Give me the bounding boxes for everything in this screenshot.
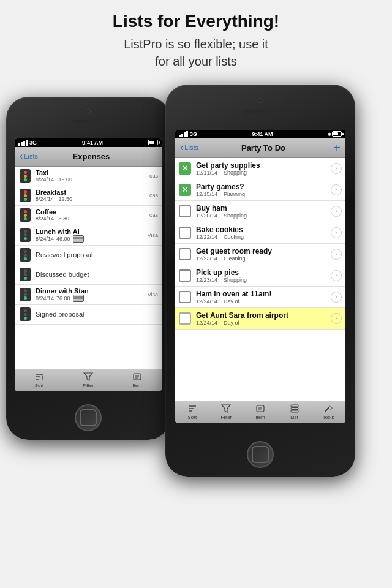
phones-area: 3G 9:41 AM ‹ Lists Expenses xyxy=(0,78,392,544)
arrow-oven[interactable]: › xyxy=(331,292,342,303)
arrow-supplies[interactable]: › xyxy=(331,163,342,174)
expense-item-signed[interactable]: Signed proposal xyxy=(15,305,162,325)
toolbar-item-left[interactable]: Item xyxy=(113,369,162,391)
sort-label-left: Sort xyxy=(35,383,44,388)
expense-note-discussed: Discussed budget xyxy=(36,271,158,278)
nav-title-right: Party To Do xyxy=(198,143,328,153)
party-item-cookies[interactable]: Bake cookies 12/22/14Cooking › xyxy=(175,222,345,244)
expense-item-dinner[interactable]: Dinner with Stan 8/24/1476.00 Visa xyxy=(15,285,162,305)
nav-back-left[interactable]: ‹ Lists xyxy=(20,151,38,162)
phone-left-screen: 3G 9:41 AM ‹ Lists Expenses xyxy=(15,138,162,391)
arrow-pies[interactable]: › xyxy=(331,270,342,281)
sort-label-right: Sort xyxy=(187,415,197,420)
home-button-right-inner xyxy=(252,446,269,463)
checkbox-airport[interactable] xyxy=(179,312,191,325)
expense-note-reviewed: Reviewed proposal xyxy=(36,251,158,258)
item-label-right: Item xyxy=(255,415,265,420)
expense-item-breakfast[interactable]: Breakfast 8/24/14 12.50 cas xyxy=(15,186,162,206)
checkbox-supplies[interactable] xyxy=(179,162,191,175)
filter-icon-left xyxy=(83,372,93,382)
expense-info-taxi: Taxi 8/24/14 19.00 xyxy=(36,169,149,183)
back-arrow-left: ‹ xyxy=(20,151,23,162)
nav-title-left: Expenses xyxy=(38,152,145,161)
header-section: Lists for Everything! ListPro is so flex… xyxy=(0,0,392,78)
expense-item-lunch[interactable]: Lunch with Al 8/24/1446.00 Visa xyxy=(15,225,162,246)
party-item-supplies[interactable]: Get party supplies 12/11/14Shopping › xyxy=(175,158,345,179)
signal-bars-left xyxy=(18,140,28,146)
nav-bar-left: ‹ Lists Expenses xyxy=(15,147,162,167)
checkbox-oven[interactable] xyxy=(179,291,191,303)
checkbox-cookies[interactable] xyxy=(179,227,191,239)
tools-icon-right xyxy=(323,404,333,413)
expense-item-coffee[interactable]: Coffee 8/24/14 3.30 cas xyxy=(15,206,162,225)
toolbar-tools-right[interactable]: Tools xyxy=(311,401,345,423)
expense-item-discussed[interactable]: Discussed budget xyxy=(15,265,162,285)
sort-icon-right xyxy=(187,404,197,413)
expense-icon-reviewed xyxy=(18,248,32,262)
checkbox-games[interactable] xyxy=(179,184,191,196)
time-right: 9:41 AM xyxy=(252,131,273,137)
filter-icon-right xyxy=(221,404,231,413)
toolbar-right: Sort Filter Item xyxy=(175,401,345,423)
phone-right-screen: 3G 9:41 AM ⎈ ‹ Lists Party To Do + xyxy=(175,130,345,423)
expense-icon-taxi xyxy=(18,169,32,183)
svg-rect-16 xyxy=(291,407,298,409)
svg-marker-11 xyxy=(222,405,230,412)
arrow-guestroom[interactable]: › xyxy=(331,249,342,260)
phone-left-speaker xyxy=(73,120,104,123)
svg-marker-4 xyxy=(84,373,92,380)
party-item-guestroom[interactable]: Get guest room ready 12/23/14Cleaning › xyxy=(175,244,345,265)
svg-rect-5 xyxy=(134,374,141,380)
checkbox-pies[interactable] xyxy=(179,270,191,282)
party-item-oven[interactable]: Ham in oven at 11am! 12/24/14Day of › xyxy=(175,287,345,308)
toolbar-list-right[interactable]: List xyxy=(277,401,312,423)
nav-back-right[interactable]: ‹ Lists xyxy=(180,142,198,153)
bluetooth-icon: ⎈ xyxy=(328,131,331,137)
home-button-left-inner xyxy=(80,409,97,426)
filter-label-right: Filter xyxy=(221,415,232,420)
arrow-ham[interactable]: › xyxy=(331,206,342,217)
party-item-games[interactable]: Party games? 12/15/14Planning › xyxy=(175,179,345,201)
tools-label-right: Tools xyxy=(323,415,334,420)
arrow-cookies[interactable]: › xyxy=(331,227,342,238)
expense-item-reviewed[interactable]: Reviewed proposal xyxy=(15,246,162,265)
phone-left-camera xyxy=(86,109,91,114)
phone-left-home[interactable] xyxy=(75,404,102,431)
toolbar-filter-left[interactable]: Filter xyxy=(64,369,113,391)
main-subtitle: ListPro is so flexible; use itfor all yo… xyxy=(24,36,368,70)
svg-line-18 xyxy=(325,408,328,412)
expense-icon-breakfast xyxy=(18,189,32,202)
toolbar-sort-left[interactable]: Sort xyxy=(15,369,64,391)
list-icon-right xyxy=(290,404,300,413)
toolbar-left: Sort Filter Item xyxy=(15,369,162,391)
toolbar-sort-right[interactable]: Sort xyxy=(175,401,209,423)
phone-right-home[interactable] xyxy=(247,441,274,468)
battery-right xyxy=(332,131,342,137)
expense-list: Taxi 8/24/14 19.00 cas xyxy=(15,167,162,325)
card-icon-dinner xyxy=(73,295,84,302)
sort-icon-left xyxy=(34,372,44,382)
party-item-ham[interactable]: Buy ham 12/20/14Shopping › xyxy=(175,201,345,222)
phone-right: 3G 9:41 AM ⎈ ‹ Lists Party To Do + xyxy=(165,85,355,477)
battery-left xyxy=(148,140,158,145)
party-item-airport[interactable]: Get Aunt Sara from airport 12/24/14Day o… xyxy=(175,308,345,330)
checkbox-guestroom[interactable] xyxy=(179,248,191,260)
phone-right-speaker xyxy=(243,110,278,113)
checkbox-ham[interactable] xyxy=(179,205,191,217)
phone-left: 3G 9:41 AM ‹ Lists Expenses xyxy=(6,97,170,440)
expense-icon-coffee xyxy=(18,208,32,222)
party-list: Get party supplies 12/11/14Shopping › Pa… xyxy=(175,158,345,330)
svg-rect-15 xyxy=(291,405,298,407)
time-left: 9:41 AM xyxy=(82,140,103,146)
toolbar-item-right[interactable]: Item xyxy=(243,401,277,423)
add-button-right[interactable]: + xyxy=(328,141,341,155)
network-right: 3G xyxy=(190,131,197,137)
party-item-pies[interactable]: Pick up pies 12/23/14Shopping › xyxy=(175,265,345,287)
main-title: Lists for Everything! xyxy=(24,11,368,32)
back-label-left: Lists xyxy=(24,153,38,160)
arrow-games[interactable]: › xyxy=(331,184,342,195)
expense-item-taxi[interactable]: Taxi 8/24/14 19.00 cas xyxy=(15,167,162,186)
toolbar-filter-right[interactable]: Filter xyxy=(209,401,244,423)
network-left: 3G xyxy=(29,140,37,146)
arrow-airport[interactable]: › xyxy=(331,313,342,324)
